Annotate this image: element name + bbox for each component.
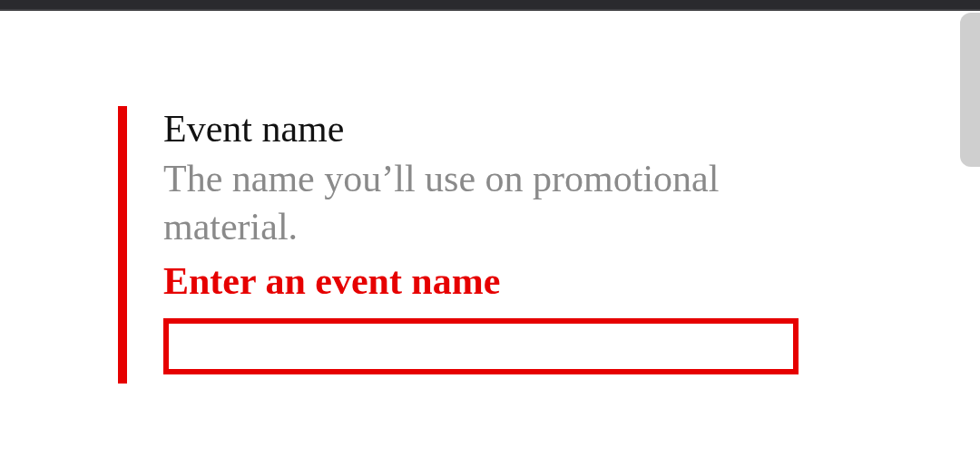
form-content: Event name The name you’ll use on promot… xyxy=(0,11,980,384)
event-name-label: Event name xyxy=(163,106,808,151)
window-top-bar xyxy=(0,0,980,11)
event-name-hint: The name you’ll use on promotional mater… xyxy=(163,155,808,250)
event-name-group: Event name The name you’ll use on promot… xyxy=(118,106,808,384)
event-name-error: Enter an event name xyxy=(163,257,808,306)
event-name-input[interactable] xyxy=(163,318,799,374)
